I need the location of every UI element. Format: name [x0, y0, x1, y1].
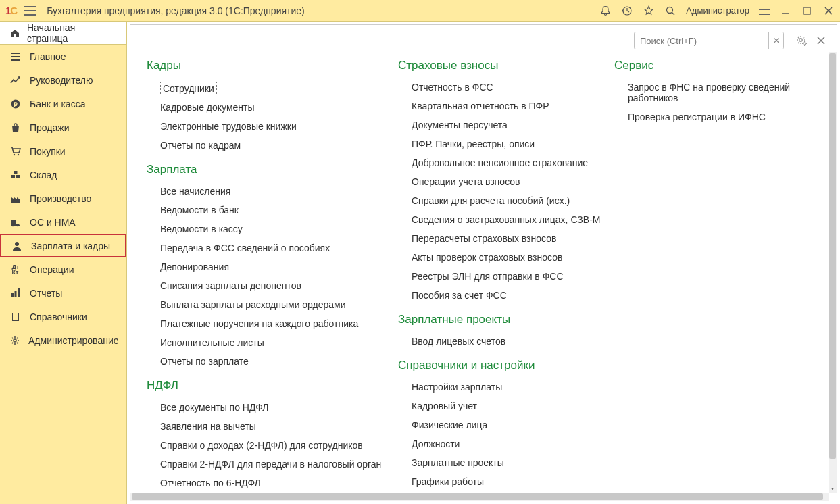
- content-area: ✕ КадрыСотрудникиКадровые документыЭлект…: [130, 24, 837, 501]
- link-item[interactable]: Справки для расчета пособий (исх.): [412, 195, 614, 206]
- section-title[interactable]: Страховые взносы: [398, 59, 614, 72]
- svg-point-11: [17, 224, 19, 226]
- user-menu-icon[interactable]: [759, 7, 770, 15]
- maximize-icon[interactable]: [801, 5, 813, 17]
- link-item[interactable]: Настройки зарплаты: [412, 382, 614, 393]
- link-item[interactable]: Операции учета взносов: [412, 176, 614, 187]
- link-item[interactable]: Зарплатные проекты: [412, 457, 614, 468]
- link-item[interactable]: Проверка регистрации в ИФНС: [628, 111, 820, 122]
- svg-rect-2: [804, 7, 810, 14]
- sidebar-label: Руководителю: [30, 75, 93, 86]
- main-menu-icon[interactable]: [24, 6, 36, 16]
- sidebar-item-5[interactable]: Склад: [0, 163, 126, 186]
- link-item[interactable]: Ведомости в кассу: [160, 224, 398, 234]
- link-item[interactable]: Физические лица: [412, 420, 614, 430]
- sidebar-item-11[interactable]: Справочники: [0, 305, 126, 328]
- link-item[interactable]: Справки о доходах (2-НДФЛ) для сотрудник…: [160, 440, 398, 451]
- link-item[interactable]: Электронные трудовые книжки: [160, 121, 398, 132]
- link-item[interactable]: Графики работы: [412, 476, 614, 487]
- sidebar-item-12[interactable]: Администрирование: [0, 328, 126, 352]
- sidebar-item-9[interactable]: ДтКтОперации: [0, 257, 126, 281]
- minimize-icon[interactable]: [779, 5, 791, 17]
- link-item[interactable]: Списания зарплаты депонентов: [160, 280, 398, 291]
- sidebar-item-1[interactable]: Руководителю: [0, 68, 126, 92]
- link-item[interactable]: Справки 2-НДФЛ для передачи в налоговый …: [160, 459, 398, 470]
- close-icon[interactable]: [822, 5, 835, 17]
- gear-icon: [9, 334, 20, 347]
- content-body: КадрыСотрудникиКадровые документыЭлектро…: [130, 52, 837, 501]
- svg-rect-17: [13, 313, 18, 320]
- bell-icon[interactable]: [599, 5, 612, 17]
- link-item[interactable]: Добровольное пенсионное страхование: [412, 157, 614, 168]
- link-item[interactable]: Кадровый учет: [412, 401, 614, 411]
- horizontal-scrollbar[interactable]: [130, 493, 829, 501]
- link-item[interactable]: Ведомости в банк: [160, 205, 398, 216]
- sidebar-item-0[interactable]: Главное: [0, 45, 126, 68]
- link-item[interactable]: Отчетность в ФСС: [412, 82, 614, 93]
- link-item[interactable]: Заявления на вычеты: [160, 421, 398, 432]
- link-item[interactable]: Передача в ФСС сведений о пособиях: [160, 243, 398, 253]
- sidebar-item-6[interactable]: Производство: [0, 186, 126, 210]
- panel-close-icon[interactable]: [816, 36, 826, 45]
- sidebar-label: Склад: [30, 170, 57, 180]
- link-item[interactable]: Сотрудники: [160, 82, 217, 95]
- sidebar: Начальная страница ГлавноеРуководителю₽Б…: [0, 22, 127, 504]
- sidebar-item-3[interactable]: Продажи: [0, 116, 126, 139]
- section-title[interactable]: Справочники и настройки: [398, 359, 614, 372]
- home-item[interactable]: Начальная страница: [0, 22, 126, 45]
- link-item[interactable]: Реестры ЭЛН для отправки в ФСС: [412, 271, 614, 282]
- link-item[interactable]: Платежные поручения на каждого работника: [160, 318, 398, 329]
- link-item[interactable]: Документы персучета: [412, 120, 614, 130]
- section-title[interactable]: Сервис: [614, 59, 820, 72]
- link-item[interactable]: Сведения о застрахованных лицах, СЗВ-М: [412, 214, 614, 225]
- sidebar-item-4[interactable]: Покупки: [0, 139, 126, 163]
- search-clear-icon[interactable]: ✕: [768, 32, 783, 49]
- link-item[interactable]: Кадровые документы: [160, 102, 398, 113]
- svg-point-12: [15, 242, 19, 246]
- link-item[interactable]: Отчетность по 6-НДФЛ: [160, 478, 398, 488]
- link-item[interactable]: Выплата зарплаты расходными ордерами: [160, 299, 398, 310]
- star-icon[interactable]: [643, 5, 655, 17]
- sidebar-item-7[interactable]: ОС и НМА: [0, 210, 126, 234]
- link-item[interactable]: ПФР. Пачки, реестры, описи: [412, 138, 614, 149]
- link-item[interactable]: Ввод лицевых счетов: [412, 336, 614, 347]
- link-item[interactable]: Пособия за счет ФСС: [412, 290, 614, 301]
- truck-icon: [9, 216, 22, 228]
- chart-icon: [9, 287, 22, 299]
- link-item[interactable]: Отчеты по кадрам: [160, 140, 398, 151]
- sidebar-label: Покупки: [30, 146, 66, 157]
- link-item[interactable]: Должности: [412, 438, 614, 449]
- sidebar-item-10[interactable]: Отчеты: [0, 281, 126, 305]
- link-item[interactable]: Квартальная отчетность в ПФР: [412, 101, 614, 111]
- sidebar-label: Продажи: [30, 122, 69, 133]
- section-title[interactable]: Кадры: [147, 59, 398, 72]
- link-item[interactable]: Акты проверок страховых взносов: [412, 252, 614, 263]
- sidebar-item-2[interactable]: ₽Банк и касса: [0, 92, 126, 116]
- link-item[interactable]: Все начисления: [160, 186, 398, 197]
- svg-point-10: [12, 224, 14, 226]
- user-label[interactable]: Администратор: [686, 5, 749, 16]
- link-item[interactable]: Перерасчеты страховых взносов: [412, 233, 614, 244]
- search-icon[interactable]: [664, 5, 676, 17]
- sidebar-label: Производство: [30, 193, 91, 204]
- section-title[interactable]: Зарплатные проекты: [398, 313, 614, 326]
- link-item[interactable]: Все документы по НДФЛ: [160, 402, 398, 413]
- app-title: Бухгалтерия предприятия, редакция 3.0 (1…: [47, 5, 599, 16]
- link-item[interactable]: Запрос в ФНС на проверку сведений работн…: [628, 82, 820, 103]
- svg-rect-9: [14, 171, 18, 174]
- sidebar-label: Отчеты: [30, 288, 62, 299]
- section-title[interactable]: Зарплата: [147, 163, 398, 176]
- person-icon: [11, 240, 23, 252]
- search-box[interactable]: ✕: [634, 32, 784, 49]
- link-item[interactable]: Исполнительные листы: [160, 337, 398, 348]
- sidebar-item-8[interactable]: Зарплата и кадры: [0, 234, 126, 257]
- link-item[interactable]: Отчеты по зарплате: [160, 356, 398, 367]
- link-item[interactable]: Депонирования: [160, 261, 398, 272]
- section-title[interactable]: НДФЛ: [147, 379, 398, 393]
- search-input[interactable]: [635, 36, 768, 46]
- sidebar-label: ОС и НМА: [30, 217, 76, 228]
- history-icon[interactable]: [621, 5, 633, 17]
- vertical-scrollbar[interactable]: ▾: [829, 52, 837, 493]
- settings-gear-icon[interactable]: [795, 34, 808, 47]
- svg-point-1: [667, 7, 673, 13]
